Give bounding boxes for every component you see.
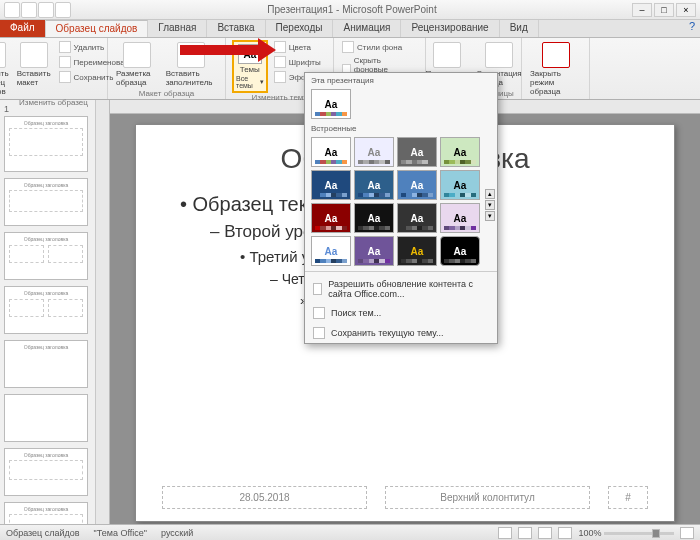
maximize-button[interactable]: □ xyxy=(654,3,674,17)
themes-gallery-button[interactable]: Aa Темы Все темы▾ xyxy=(232,40,268,93)
close-master-view-button[interactable]: Закрыть режим образца xyxy=(528,40,583,98)
background-styles-button[interactable]: Стили фона xyxy=(340,40,419,54)
zoom-value: 100% xyxy=(578,528,601,538)
tab-home[interactable]: Главная xyxy=(148,20,207,37)
layout-thumbnail[interactable]: Образец заголовка xyxy=(4,448,88,496)
help-icon[interactable]: ? xyxy=(684,20,700,37)
theme-item[interactable]: Aa xyxy=(311,137,351,167)
tab-view[interactable]: Вид xyxy=(500,20,539,37)
gallery-section-builtin: Встроенные xyxy=(305,121,497,135)
theme-item[interactable]: Aa xyxy=(354,203,394,233)
insert-slide-master-label: Вставить образец слайдов xyxy=(0,69,9,96)
menu-online-content[interactable]: Разрешить обновление контента с сайта Of… xyxy=(305,275,497,303)
layout-thumbnail[interactable]: Образец заголовка xyxy=(4,502,88,524)
themes-dropdown-toggle[interactable]: Все темы▾ xyxy=(236,75,264,89)
theme-colors-button[interactable]: Цвета xyxy=(272,40,327,54)
status-bar: Образец слайдов "Тема Office" русский 10… xyxy=(0,524,700,540)
vertical-ruler xyxy=(96,100,110,524)
theme-item[interactable]: Aa xyxy=(311,236,351,266)
view-sorter-button[interactable] xyxy=(518,527,532,539)
layout-thumbnail[interactable]: Образец заголовка xyxy=(4,286,88,334)
group-edit-master-label: Изменить образец xyxy=(19,98,88,107)
insert-layout-button[interactable]: Вставить макет xyxy=(15,40,53,89)
theme-item[interactable]: Aa xyxy=(311,170,351,200)
insert-layout-label: Вставить макет xyxy=(17,69,51,87)
themes-label: Темы xyxy=(240,65,260,74)
tab-animation[interactable]: Анимация xyxy=(333,20,401,37)
status-language[interactable]: русский xyxy=(161,528,193,538)
ribbon-tabs: Файл Образец слайдов Главная Вставка Пер… xyxy=(0,20,700,38)
theme-item[interactable]: Aa xyxy=(397,203,437,233)
theme-item[interactable]: Aa xyxy=(311,89,351,119)
insert-placeholder-button[interactable]: Вставить заполнитель xyxy=(164,40,219,89)
layout-thumbnail[interactable]: Образец заголовка xyxy=(4,178,88,226)
theme-fonts-button[interactable]: Шрифты xyxy=(272,55,327,69)
slide-master-tree[interactable]: 1 Образец заголовка Образец заголовка Об… xyxy=(0,100,96,524)
footer-placeholder[interactable]: Верхний колонтитул xyxy=(385,486,590,509)
theme-item[interactable]: Aa xyxy=(354,236,394,266)
fit-to-window-button[interactable] xyxy=(680,527,694,539)
close-button[interactable]: × xyxy=(676,3,696,17)
master-thumbnail[interactable]: Образец заголовка xyxy=(4,116,88,172)
title-bar: Презентация1 - Microsoft PowerPoint – □ … xyxy=(0,0,700,20)
view-slideshow-button[interactable] xyxy=(558,527,572,539)
insert-placeholder-label: Вставить заполнитель xyxy=(166,69,217,87)
theme-item[interactable]: Aa xyxy=(397,137,437,167)
insert-slide-master-button[interactable]: Вставить образец слайдов xyxy=(0,40,11,98)
window-title: Презентация1 - Microsoft PowerPoint xyxy=(72,4,632,15)
status-master-view: Образец слайдов xyxy=(6,528,80,538)
theme-thumbnail-icon: Aa xyxy=(238,44,262,64)
status-theme: "Тема Office" xyxy=(94,528,147,538)
zoom-slider[interactable]: 100% xyxy=(578,528,674,538)
slide-number-placeholder[interactable]: # xyxy=(608,486,648,509)
master-layout-button[interactable]: Разметка образца xyxy=(114,40,160,89)
minimize-button[interactable]: – xyxy=(632,3,652,17)
tab-file[interactable]: Файл xyxy=(0,20,46,37)
layout-thumbnail[interactable]: Образец заголовка xyxy=(4,232,88,280)
qa-save-icon[interactable] xyxy=(21,2,37,18)
tab-transitions[interactable]: Переходы xyxy=(266,20,334,37)
menu-save-current-theme[interactable]: Сохранить текущую тему... xyxy=(305,323,497,343)
theme-item[interactable]: Aa xyxy=(440,170,480,200)
theme-item[interactable]: Aa xyxy=(397,236,437,266)
app-icon[interactable] xyxy=(4,2,20,18)
theme-item[interactable]: Aa xyxy=(311,203,351,233)
master-layout-label: Разметка образца xyxy=(116,69,158,87)
theme-item[interactable]: Aa xyxy=(440,236,480,266)
theme-item[interactable]: Aa xyxy=(354,170,394,200)
layout-thumbnail[interactable]: Образец заголовка xyxy=(4,340,88,388)
themes-gallery-dropdown: Эта презентация Aa Встроенные Aa Aa Aa A… xyxy=(304,72,498,344)
qa-undo-icon[interactable] xyxy=(38,2,54,18)
group-master-layout-label: Макет образца xyxy=(139,89,194,98)
theme-item[interactable]: Aa xyxy=(440,203,480,233)
date-placeholder[interactable]: 28.05.2018 xyxy=(162,486,367,509)
qa-redo-icon[interactable] xyxy=(55,2,71,18)
view-normal-button[interactable] xyxy=(498,527,512,539)
tab-slide-master[interactable]: Образец слайдов xyxy=(46,20,149,37)
tab-review[interactable]: Рецензирование xyxy=(401,20,499,37)
tab-insert[interactable]: Вставка xyxy=(207,20,265,37)
gallery-scrollbar[interactable]: ▴▾▾ xyxy=(485,189,495,221)
gallery-section-this-presentation: Эта презентация xyxy=(305,73,497,87)
close-master-view-label: Закрыть режим образца xyxy=(530,69,581,96)
theme-item[interactable]: Aa xyxy=(440,137,480,167)
theme-item[interactable]: Aa xyxy=(354,137,394,167)
view-reading-button[interactable] xyxy=(538,527,552,539)
theme-item[interactable]: Aa xyxy=(397,170,437,200)
menu-browse-themes[interactable]: Поиск тем... xyxy=(305,303,497,323)
layout-thumbnail[interactable] xyxy=(4,394,88,442)
